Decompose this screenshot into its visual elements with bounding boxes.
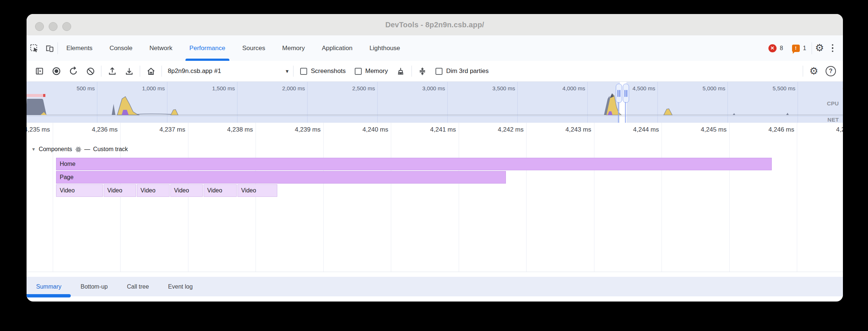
bar-label: Video — [207, 187, 222, 194]
help-question-mark: ? — [826, 66, 836, 76]
more-options-icon[interactable] — [832, 44, 834, 52]
overview-time-label: 5,000 ms — [702, 85, 725, 91]
tab-sources[interactable]: Sources — [234, 35, 274, 61]
timeline-gridline — [120, 123, 121, 272]
record-icon[interactable] — [48, 63, 65, 79]
device-toolbar-icon[interactable] — [42, 40, 58, 56]
ruler-time-label: 4,237 ms — [160, 126, 185, 133]
selection-edge-left — [618, 102, 619, 123]
desktop-background: DevTools - 8p2n9n.csb.app/ ElementsConso… — [0, 0, 868, 331]
track-bar-video[interactable]: Video — [204, 184, 237, 197]
track-title: Components — [39, 146, 72, 153]
overview-time-label: 4,000 ms — [562, 85, 585, 91]
track-title-dash: — — [84, 146, 90, 153]
track-title-suffix: Custom track — [93, 146, 128, 153]
memory-checkbox[interactable]: Memory — [355, 67, 388, 75]
tab-network[interactable]: Network — [141, 35, 181, 61]
window-titlebar[interactable]: DevTools - 8p2n9n.csb.app/ — [27, 14, 843, 36]
tab-lighthouse[interactable]: Lighthouse — [361, 35, 409, 61]
track-bar-video[interactable]: Video — [137, 184, 170, 197]
drawer-tab-call-tree[interactable]: Call tree — [117, 277, 159, 296]
overview-time-label: 2,000 ms — [282, 85, 305, 91]
screenshots-checkbox[interactable]: Screenshots — [300, 67, 346, 75]
selection-handle-right[interactable] — [623, 84, 629, 103]
clear-icon[interactable] — [82, 63, 99, 79]
performance-toolbar: 8p2n9n.csb.app #1 ▼ Screenshots Memory — [27, 61, 843, 82]
help-icon[interactable]: ? — [822, 63, 839, 79]
active-drawer-tab-underline — [27, 294, 71, 297]
timeline-gridline — [459, 123, 459, 272]
drawer-tab-summary[interactable]: Summary — [27, 277, 71, 296]
toolbar-separator — [162, 66, 162, 77]
drawer-tab-label: Bottom-up — [80, 283, 108, 290]
track-bar-video[interactable]: Video — [56, 184, 103, 197]
reload-record-icon[interactable] — [65, 63, 82, 79]
selection-edge-right — [625, 102, 626, 123]
bar-label: Home — [60, 161, 76, 167]
error-icon[interactable]: ✕ — [768, 44, 777, 52]
track-bar-home[interactable]: Home — [56, 158, 772, 170]
react-atom-icon — [75, 146, 81, 153]
track-bottom-divider — [27, 272, 843, 272]
selection-handle-left[interactable] — [616, 84, 622, 103]
tab-application[interactable]: Application — [313, 35, 361, 61]
ruler-time-label: 4,246 ms — [768, 126, 794, 133]
timeline-gridline — [323, 123, 324, 272]
checkbox-label: Memory — [365, 67, 388, 75]
track-bar-video[interactable]: Video — [170, 184, 203, 197]
toggle-sidebar-icon[interactable] — [31, 63, 48, 79]
tab-label: Network — [149, 45, 172, 52]
net-strip-divider — [27, 116, 843, 116]
warning-count[interactable]: 1 — [803, 45, 806, 52]
overview-time-label: 500 ms — [77, 85, 95, 91]
checkbox-box[interactable] — [355, 68, 362, 75]
collapse-triangle-icon[interactable]: ▼ — [31, 147, 36, 152]
garbage-collect-icon[interactable] — [392, 63, 409, 79]
toolbar-separator — [293, 66, 294, 77]
timeline-gridline — [662, 123, 662, 272]
overview-time-label: 6,000 ms — [843, 85, 843, 91]
profile-select[interactable]: 8p2n9n.csb.app #1 ▼ — [168, 67, 289, 75]
timeline-gridline — [797, 123, 797, 272]
track-bar-video[interactable]: Video — [237, 184, 277, 197]
overview-time-label: 2,500 ms — [352, 85, 375, 91]
toolbar-separator — [803, 66, 803, 77]
track-bar-page[interactable]: Page — [56, 171, 506, 184]
tab-elements[interactable]: Elements — [58, 35, 101, 61]
timeline-gridline — [526, 123, 527, 272]
tab-label: Elements — [66, 45, 93, 52]
tab-label: Memory — [282, 45, 305, 52]
dim-3rd-parties-checkbox[interactable]: Dim 3rd parties — [435, 67, 489, 75]
timeline-overview[interactable]: 500 ms1,000 ms1,500 ms2,000 ms2,500 ms3,… — [27, 82, 843, 123]
timeline-gridline — [729, 123, 730, 272]
download-profile-icon[interactable] — [121, 63, 138, 79]
collapse-tracks-icon[interactable] — [414, 63, 431, 79]
checkbox-box[interactable] — [300, 68, 307, 75]
checkbox-box[interactable] — [435, 68, 442, 75]
tab-performance[interactable]: Performance — [181, 35, 234, 61]
drawer-tab-bottom-up[interactable]: Bottom-up — [71, 277, 117, 296]
bar-label: Page — [60, 174, 73, 181]
components-track-header[interactable]: ▼ Components — Custom track — [31, 146, 128, 153]
tab-memory[interactable]: Memory — [274, 35, 313, 61]
net-strip-label: NET — [827, 116, 839, 123]
overview-time-label: 3,500 ms — [492, 85, 515, 91]
tab-label: Lighthouse — [369, 45, 400, 52]
capture-settings-gear-icon[interactable]: ⚙ — [805, 63, 822, 79]
warning-icon[interactable]: ! — [792, 45, 800, 52]
timeline-gridline — [53, 123, 53, 272]
settings-gear-icon[interactable]: ⚙ — [812, 40, 827, 56]
inspect-element-icon[interactable] — [27, 40, 42, 56]
ruler-time-label: 4,238 ms — [227, 126, 253, 133]
drawer-tab-event-log[interactable]: Event log — [159, 277, 202, 296]
home-icon[interactable] — [142, 63, 159, 79]
error-count[interactable]: 8 — [780, 45, 783, 52]
track-bar-video[interactable]: Video — [104, 184, 136, 197]
upload-profile-icon[interactable] — [104, 63, 121, 79]
bar-label: Video — [60, 187, 75, 194]
devtools-window: DevTools - 8p2n9n.csb.app/ ElementsConso… — [27, 14, 843, 302]
tab-console[interactable]: Console — [101, 35, 141, 61]
tab-label: Application — [322, 45, 353, 52]
overview-time-label: 1,000 ms — [142, 85, 165, 91]
drawer-tab-label: Summary — [36, 283, 61, 290]
